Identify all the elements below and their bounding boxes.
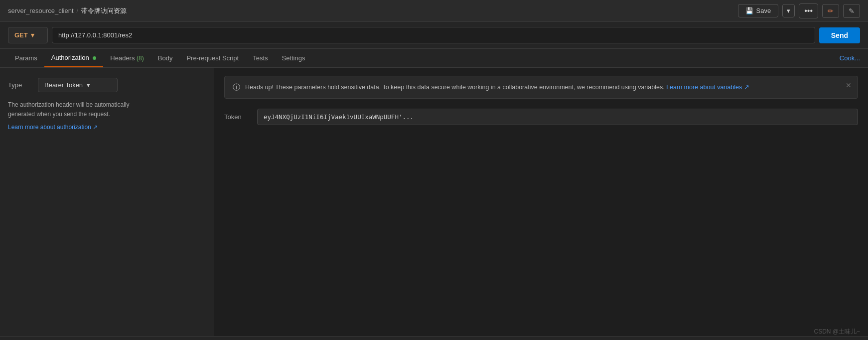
edit-button[interactable]: ✏	[822, 4, 839, 18]
token-row: Token	[224, 109, 858, 125]
tab-headers[interactable]: Headers (8)	[103, 49, 150, 67]
secondary-edit-button[interactable]: ✎	[843, 4, 860, 18]
tab-tests[interactable]: Tests	[246, 49, 275, 67]
request-name: 带令牌访问资源	[81, 6, 127, 15]
tab-pre-request-label: Pre-request Script	[186, 54, 239, 62]
info-banner-main: Heads up! These parameters hold sensitiv…	[245, 84, 666, 91]
more-options-button[interactable]: •••	[799, 3, 818, 18]
save-button[interactable]: 💾 Save	[738, 4, 779, 17]
bottom-section: Body Cookies Headers (11) Test Results 🌐…	[0, 336, 868, 340]
method-value: GET	[14, 31, 28, 39]
watermark-text: CSDN @土味儿~	[814, 328, 860, 335]
tab-cookies[interactable]: Cook...	[840, 54, 860, 62]
info-banner-text: Heads up! These parameters hold sensitiv…	[245, 82, 749, 92]
tab-body[interactable]: Body	[151, 49, 180, 67]
breadcrumb: server_resource_client / 带令牌访问资源	[8, 6, 127, 15]
url-bar: GET ▾ Send	[0, 22, 868, 49]
send-button[interactable]: Send	[819, 27, 860, 43]
main-content: Type Bearer Token ▾ The authorization he…	[0, 68, 868, 336]
token-input[interactable]	[257, 109, 858, 125]
auth-right-panel: ⓘ Heads up! These parameters hold sensit…	[214, 68, 868, 336]
method-chevron: ▾	[31, 31, 34, 39]
breadcrumb-separator: /	[77, 7, 79, 14]
response-tab-bar: Body Cookies Headers (11) Test Results 🌐…	[0, 337, 868, 340]
dropdown-button[interactable]: ▾	[782, 4, 795, 17]
token-label: Token	[224, 113, 249, 121]
auth-description: The authorization header will be automat…	[8, 100, 206, 119]
auth-type-row: Type Bearer Token ▾	[8, 78, 206, 92]
info-icon: ⓘ	[233, 83, 240, 92]
type-select-value: Bearer Token	[44, 81, 83, 89]
type-select-chevron: ▾	[87, 81, 90, 89]
type-select[interactable]: Bearer Token ▾	[38, 78, 118, 92]
learn-more-auth-link[interactable]: Learn more about authorization ↗	[8, 124, 98, 131]
url-input[interactable]	[52, 27, 815, 43]
request-tab-bar: Params Authorization Headers (8) Body Pr…	[0, 49, 868, 68]
response-tab-test-results[interactable]: Test Results	[125, 337, 174, 340]
info-banner: ⓘ Heads up! These parameters hold sensit…	[224, 76, 858, 99]
type-label: Type	[8, 81, 38, 89]
tab-params-label: Params	[15, 54, 37, 62]
tab-params[interactable]: Params	[8, 49, 44, 67]
learn-more-variables-text: Learn more about variables ↗	[666, 84, 749, 91]
auth-left-panel: Type Bearer Token ▾ The authorization he…	[0, 68, 214, 336]
tab-body-label: Body	[158, 54, 173, 62]
response-tab-cookies[interactable]: Cookies	[37, 337, 74, 340]
learn-more-variables-link[interactable]: Learn more about variables ↗	[666, 84, 749, 91]
response-tab-headers[interactable]: Headers (11)	[74, 337, 125, 340]
tab-headers-label: Headers	[110, 54, 135, 62]
tab-authorization[interactable]: Authorization	[44, 49, 104, 67]
tab-cookies-label: Cook...	[840, 54, 860, 62]
learn-more-auth-text: Learn more about authorization ↗	[8, 124, 98, 131]
response-tab-body[interactable]: Body	[8, 337, 37, 340]
method-select[interactable]: GET ▾	[8, 27, 48, 43]
tab-pre-request[interactable]: Pre-request Script	[179, 49, 246, 67]
footer-watermark: CSDN @土味儿~	[814, 328, 860, 336]
authorization-active-dot	[93, 56, 96, 60]
edit-icon: ✏	[828, 7, 834, 15]
save-icon: 💾	[745, 7, 753, 14]
top-bar: server_resource_client / 带令牌访问资源 💾 Save …	[0, 0, 868, 22]
tab-settings[interactable]: Settings	[275, 49, 312, 67]
tab-settings-label: Settings	[282, 54, 305, 62]
headers-badge: (8)	[137, 55, 144, 62]
send-label: Send	[831, 31, 848, 39]
close-banner-button[interactable]: ✕	[846, 81, 852, 89]
server-label: server_resource_client	[8, 7, 74, 14]
top-bar-actions: 💾 Save ▾ ••• ✏ ✎	[738, 3, 860, 18]
tab-authorization-label: Authorization	[51, 54, 89, 61]
save-label: Save	[756, 7, 771, 14]
dots-icon: •••	[804, 6, 813, 15]
tab-tests-label: Tests	[253, 54, 268, 62]
